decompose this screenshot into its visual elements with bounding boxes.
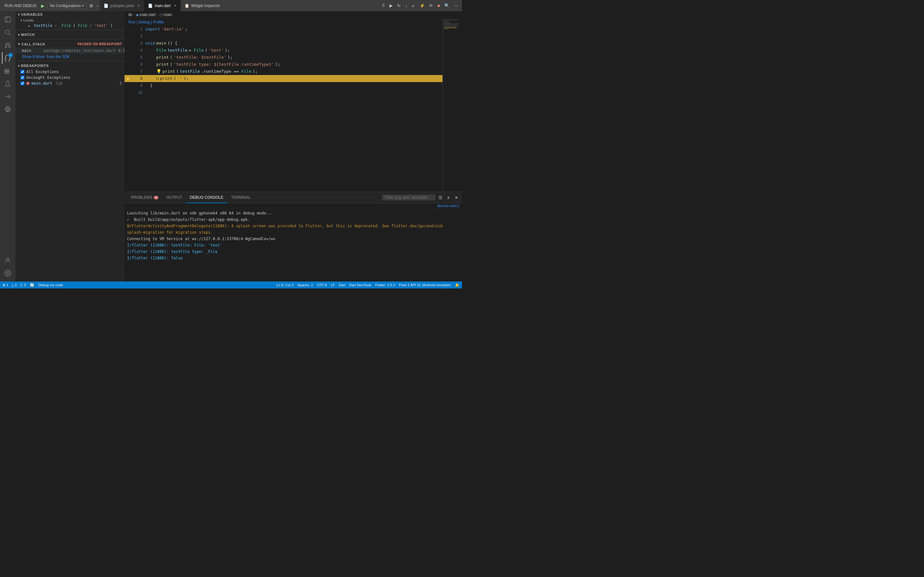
tab-output[interactable]: OUTPUT [162,192,186,203]
status-device[interactable]: Pixel 2 API 31 (Android emulator) [399,283,451,287]
bp-main-dart-line: 8 [120,81,122,85]
call-stack-header[interactable]: ▾ CALL STACK PAUSED ON BREAKPOINT [15,41,124,47]
tab-main-dart-close[interactable]: ✕ [174,4,176,7]
tab-widget-inspector[interactable]: 📋 Widget Inspector [181,0,224,11]
debug-link[interactable]: Debug [139,20,150,24]
breakpoints-section-header[interactable]: ▾ BREAKPOINTS [15,63,124,69]
gutter-1 [124,26,132,33]
sidebar-item-account[interactable] [2,255,13,266]
breadcrumb-file-icon: ◈ [136,13,139,17]
tab-debug-console[interactable]: DEBUG CONSOLE [186,192,228,203]
locals-header[interactable]: ▾ Locals [15,18,124,23]
tab-main-dart[interactable]: 📄 main.dart ✕ [144,0,181,11]
debug-line-4: I/flutter (11806): testFile: File: 'test… [127,242,459,248]
breadcrumb-func[interactable]: ⬡ main [160,13,172,17]
main-layout: 1 [0,11,462,282]
ellipsis-button[interactable]: ⋯ [453,3,459,9]
sidebar-item-flask[interactable] [2,78,13,89]
sidebar-item-extensions[interactable] [2,65,13,77]
panel-list-view-button[interactable]: ☰ [437,195,444,201]
status-line-ending[interactable]: LF [331,283,335,287]
sidebar-item-settings[interactable] [2,268,13,279]
play-icon[interactable]: ▶ [41,3,45,8]
panel-collapse-button[interactable]: ∧ [446,195,451,201]
run-debug-button[interactable]: RUN AND DEBUG [3,3,39,9]
tab-terminal[interactable]: TERMINAL [227,192,254,203]
bp-uncaught-exceptions-checkbox[interactable] [21,76,24,79]
code-editor-scroll[interactable]: 1 import 'dart:io' ; 2 [124,26,443,192]
sidebar-item-remote[interactable] [2,103,13,115]
output-label: OUTPUT [166,195,182,200]
var-testFile[interactable]: ▶ testFile : _File ( File : 'test' ) [15,23,124,29]
gutter-7 [124,68,132,75]
run-link[interactable]: Run [128,20,136,24]
tab-pubspec-close[interactable]: ✕ [137,4,140,7]
status-debug-label[interactable]: Debug my code [38,283,63,287]
layout-icon-button[interactable]: ⠿ [381,3,386,9]
breakpoint-uncaught-exceptions[interactable]: Uncaught Exceptions [15,75,124,81]
status-flutter-version[interactable]: Flutter: 2.5.3 [375,283,395,287]
profile-link[interactable]: Profile [153,20,164,24]
variables-chevron: ▾ [18,13,20,16]
hint-icon-8: ◻ [156,76,159,81]
source-link[interactable]: lib/main.dart:1 [437,204,459,208]
paused-badge: PAUSED ON BREAKPOINT [78,42,122,46]
svg-point-4 [5,46,7,48]
status-sync[interactable]: 🔄 [30,283,34,287]
tab-widget-label: Widget Inspector [191,3,220,8]
hot-restart-button[interactable]: ⟳ [428,3,434,9]
call-func-name: main [22,48,41,53]
config-selector[interactable]: No Configurations ▾ [47,3,87,9]
breadcrumb-lib[interactable]: lib [128,13,132,17]
status-errors[interactable]: ⊗ 1 △ 0 ⓘ 5 [3,283,26,287]
debug-gear-button[interactable]: ⚙ [89,3,94,8]
mini-line-8 [444,29,449,29]
sidebar-item-git[interactable] [2,39,13,51]
stop-button[interactable]: ■ [436,3,441,9]
sidebar-item-source-control-2[interactable] [2,91,13,102]
status-dart-devtools[interactable]: Dart DevTools [349,283,372,287]
debug-line-3: Connecting to VM Service at ws://127.0.0… [127,235,459,242]
watch-chevron: ▾ [18,33,20,37]
var-type: _File [59,23,73,28]
panel-close-button[interactable]: ✕ [453,195,459,201]
step-into-button[interactable]: ↙ [410,3,417,9]
status-language[interactable]: Dart [339,283,346,287]
status-position[interactable]: Ln 8, Col 3 [276,283,294,287]
inspect-button[interactable]: 🔍 [443,3,451,9]
variables-section-header[interactable]: ▾ VARIABLES [15,11,124,18]
breadcrumb-sep-2: › [157,13,158,17]
restart-button[interactable]: ↻ [396,3,402,9]
run-button[interactable]: ▶ [388,3,394,9]
debug-line-0: Launching lib/main.dart on sdk gphone64 … [127,210,459,216]
code-line-7: 7 💡 print ( testFile .runtimeType == Fil… [124,68,443,75]
watch-section-header[interactable]: ▾ WATCH [15,31,124,38]
sidebar-item-debug[interactable]: 1 [2,52,13,64]
activity-bar-bottom [2,255,13,282]
bp-main-dart-checkbox[interactable] [21,81,24,85]
breakpoint-all-exceptions[interactable]: All Exceptions [15,69,124,75]
breakpoint-main-dart[interactable]: main.dart lib 8 [15,81,124,86]
warning-icon: △ [11,283,14,287]
tab-problems[interactable]: PROBLEMS 6 [127,192,162,203]
status-spaces[interactable]: Spaces: 2 [297,283,313,287]
filter-input[interactable] [382,195,435,200]
gutter-10 [124,89,132,96]
ln-7: 7 [132,68,145,75]
sidebar-item-search[interactable] [2,27,13,38]
breadcrumb-file[interactable]: ◈ main.dart [136,13,156,17]
sidebar-item-explorer[interactable] [2,14,13,25]
call-stack-frame-main[interactable]: main package:compress_test/main.dart 8:3 [15,47,124,54]
tab-pubspec-yaml[interactable]: 📄 pubspec.yaml ✕ [100,0,144,11]
step-over-button[interactable]: ↓ [404,3,409,9]
code-dartio: 'dart:io' [162,27,184,31]
bp-all-exceptions-checkbox[interactable] [21,70,24,74]
code-line-1: 1 import 'dart:io' ; [124,26,443,33]
run-profile-bar[interactable]: Run | Debug | Profile [124,19,443,26]
hot-reload-button[interactable]: ⚡ [418,3,426,9]
status-encoding[interactable]: UTF-8 [317,283,327,287]
show-more-frames[interactable]: Show 8 More: from the SDK [15,54,124,60]
minimap [443,19,462,192]
status-notification[interactable]: 🔔 [455,283,459,287]
debug-more-button[interactable]: ··· [96,3,100,8]
